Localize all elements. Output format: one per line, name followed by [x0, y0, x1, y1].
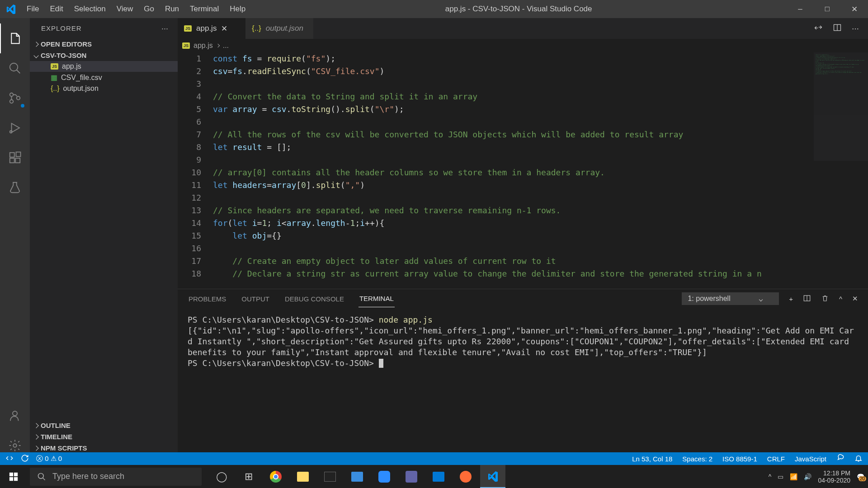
- minimize-button[interactable]: –: [787, 0, 814, 18]
- menu-edit[interactable]: Edit: [45, 1, 68, 17]
- errors-warnings[interactable]: ⓧ 0 ⚠ 0: [36, 455, 62, 463]
- code-editor[interactable]: 123456789101112131415161718 const fs = r…: [178, 52, 868, 289]
- compare-changes-icon[interactable]: [814, 23, 823, 34]
- line-gutter: 123456789101112131415161718: [178, 52, 213, 289]
- file-app-js[interactable]: JSapp.js: [30, 61, 178, 72]
- encoding[interactable]: ISO 8859-1: [722, 455, 757, 463]
- svg-rect-7: [10, 153, 14, 157]
- panel-tab-output[interactable]: OUTPUT: [241, 291, 270, 307]
- tab-app-js[interactable]: JS app.js ✕: [178, 18, 245, 39]
- svg-point-2: [10, 93, 14, 97]
- explorer-more-icon[interactable]: [161, 24, 169, 33]
- testing-icon[interactable]: [0, 173, 30, 202]
- menu-view[interactable]: View: [112, 1, 138, 17]
- project-section[interactable]: CSV-TO-JSON: [30, 50, 178, 61]
- window-title: app.js - CSV-to-JSON - Visual Studio Cod…: [250, 5, 787, 14]
- indentation[interactable]: Spaces: 2: [682, 455, 712, 463]
- app-icon-1[interactable]: [344, 465, 370, 488]
- file-csv-file[interactable]: ▦CSV_file.csv: [30, 72, 178, 83]
- feedback-icon[interactable]: [836, 454, 844, 464]
- editor-more-icon[interactable]: [852, 24, 859, 33]
- vscode-taskbar-icon[interactable]: [480, 465, 505, 488]
- status-bar: ⓧ 0 ⚠ 0 Ln 53, Col 18 Spaces: 2 ISO 8859…: [0, 452, 868, 465]
- sync-icon[interactable]: [21, 454, 29, 464]
- new-terminal-icon[interactable]: +: [789, 295, 793, 303]
- windows-taskbar: Type here to search ◯ ⊞ ^ ▭ 📶 🔊 12:18 PM…: [0, 465, 868, 488]
- run-debug-icon[interactable]: [0, 113, 30, 143]
- js-file-icon: JS: [184, 25, 192, 32]
- svg-point-0: [10, 63, 18, 71]
- outlook-icon[interactable]: [426, 465, 451, 488]
- menu-file[interactable]: File: [22, 1, 44, 17]
- menu-terminal[interactable]: Terminal: [185, 1, 224, 17]
- vscode-logo-icon: [0, 4, 22, 14]
- activity-bar: [0, 18, 30, 465]
- volume-icon[interactable]: 🔊: [804, 473, 811, 480]
- battery-icon[interactable]: ▭: [778, 473, 783, 480]
- tab-output-json[interactable]: {..} output.json: [245, 18, 313, 39]
- menu-go[interactable]: Go: [139, 1, 159, 17]
- notifications-tray-icon[interactable]: 💬20: [857, 473, 864, 480]
- notifications-icon[interactable]: [854, 454, 863, 464]
- accounts-icon[interactable]: [0, 401, 30, 431]
- cortana-icon[interactable]: ◯: [209, 465, 234, 488]
- panel-tab-problems[interactable]: PROBLEMS: [188, 291, 227, 307]
- file-explorer-icon[interactable]: [290, 465, 316, 488]
- extensions-icon[interactable]: [0, 143, 30, 173]
- cmd-icon[interactable]: [317, 465, 343, 488]
- split-terminal-icon[interactable]: [803, 294, 811, 304]
- kill-terminal-icon[interactable]: [821, 294, 829, 304]
- eol[interactable]: CRLF: [767, 455, 785, 463]
- taskbar-search[interactable]: Type here to search: [30, 468, 202, 486]
- language-mode[interactable]: JavaScript: [795, 455, 826, 463]
- clock[interactable]: 12:18 PM 04-09-2020: [818, 469, 850, 484]
- json-file-icon: {..}: [51, 84, 60, 93]
- split-editor-icon[interactable]: [833, 23, 842, 34]
- tray-chevron-icon[interactable]: ^: [769, 473, 772, 480]
- explorer-icon[interactable]: [0, 23, 30, 53]
- menu-help[interactable]: Help: [225, 1, 250, 17]
- explorer-header: EXPLORER: [30, 18, 178, 38]
- start-button[interactable]: [0, 472, 27, 482]
- chrome-icon[interactable]: [263, 465, 288, 488]
- svg-rect-9: [15, 158, 20, 163]
- menu-bar: File Edit Selection View Go Run Terminal…: [22, 1, 250, 17]
- wifi-icon[interactable]: 📶: [790, 473, 797, 480]
- minimap[interactable]: const fs = require("fs");csv=fs.readFile…: [814, 52, 868, 161]
- taskbar-apps: ◯ ⊞: [209, 465, 505, 488]
- task-view-icon[interactable]: ⊞: [236, 465, 261, 488]
- terminal-content[interactable]: PS C:\Users\karan\Desktop\CSV-to-JSON> n…: [178, 308, 868, 465]
- remote-icon[interactable]: [5, 454, 14, 464]
- close-button[interactable]: ✕: [841, 0, 868, 18]
- breadcrumb[interactable]: JS app.js ...: [178, 39, 868, 52]
- terminal-selector[interactable]: 1: powershell: [682, 292, 779, 305]
- outline-section[interactable]: OUTLINE: [30, 420, 178, 431]
- svg-rect-20: [14, 477, 18, 480]
- maximize-panel-icon[interactable]: ^: [839, 295, 842, 303]
- zoom-icon[interactable]: [372, 465, 397, 488]
- tab-bar: JS app.js ✕ {..} output.json: [178, 18, 868, 39]
- file-output-json[interactable]: {..}output.json: [30, 83, 178, 94]
- svg-line-1: [17, 70, 20, 74]
- close-panel-icon[interactable]: ✕: [852, 295, 858, 303]
- explorer-sidebar: EXPLORER OPEN EDITORS CSV-TO-JSON JSapp.…: [30, 18, 178, 465]
- postman-icon[interactable]: [453, 465, 478, 488]
- cursor-position[interactable]: Ln 53, Col 18: [632, 455, 672, 463]
- menu-run[interactable]: Run: [160, 1, 184, 17]
- code-content[interactable]: const fs = require("fs");csv=fs.readFile…: [213, 52, 868, 289]
- teams-icon[interactable]: [399, 465, 424, 488]
- source-control-icon[interactable]: [0, 83, 30, 113]
- panel-tab-debug[interactable]: DEBUG CONSOLE: [284, 291, 345, 307]
- menu-selection[interactable]: Selection: [69, 1, 111, 17]
- svg-point-6: [10, 131, 12, 133]
- close-tab-icon[interactable]: ✕: [221, 24, 227, 33]
- search-icon[interactable]: [0, 53, 30, 83]
- timeline-section[interactable]: TIMELINE: [30, 431, 178, 442]
- svg-rect-10: [16, 152, 21, 157]
- svg-point-11: [13, 411, 17, 416]
- svg-point-3: [10, 100, 14, 103]
- maximize-button[interactable]: □: [814, 0, 841, 18]
- panel-tab-terminal[interactable]: TERMINAL: [359, 290, 395, 307]
- search-placeholder: Type here to search: [52, 472, 124, 481]
- open-editors-section[interactable]: OPEN EDITORS: [30, 38, 178, 50]
